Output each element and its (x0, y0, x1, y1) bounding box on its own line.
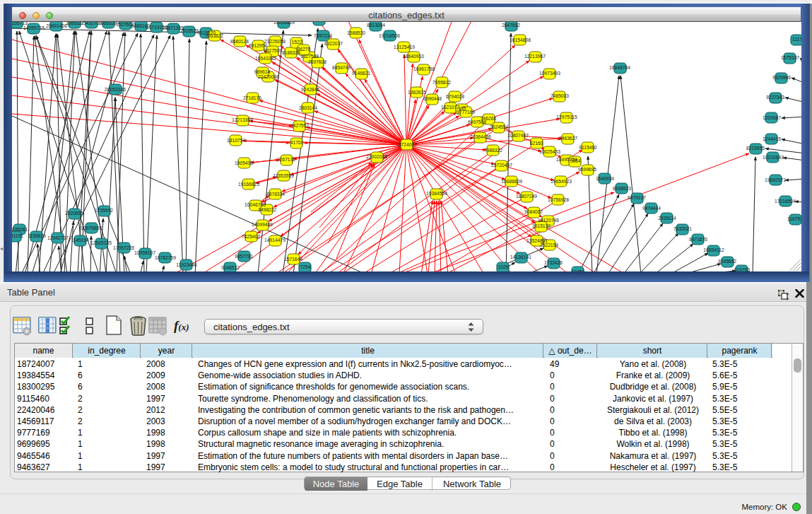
svg-text:12942737: 12942737 (47, 235, 69, 240)
svg-text:9245652: 9245652 (718, 259, 736, 264)
svg-text:1156829: 1156829 (28, 233, 46, 238)
svg-text:1522: 1522 (292, 40, 302, 45)
svg-text:19384554: 19384554 (426, 191, 447, 196)
svg-text:16782759: 16782759 (155, 255, 176, 260)
svg-text:17016504: 17016504 (775, 199, 796, 204)
svg-text:9777169: 9777169 (457, 110, 475, 115)
svg-text:12213369: 12213369 (232, 117, 253, 122)
svg-text:10973493: 10973493 (539, 71, 560, 76)
svg-text:1209387: 1209387 (763, 115, 781, 120)
svg-text:7485003: 7485003 (551, 93, 569, 98)
svg-text:10975887: 10975887 (81, 226, 102, 230)
svg-text:746266: 746266 (481, 116, 497, 121)
svg-text:11353559: 11353559 (273, 173, 294, 178)
svg-text:8878334: 8878334 (266, 192, 285, 197)
svg-text:15720407: 15720407 (491, 163, 512, 168)
svg-text:16648784: 16648784 (609, 65, 630, 70)
svg-text:7254: 7254 (300, 264, 311, 269)
svg-text:7663822: 7663822 (205, 33, 223, 38)
svg-text:10756928: 10756928 (548, 197, 569, 202)
svg-text:116753: 116753 (787, 216, 801, 221)
svg-text:2020655: 2020655 (65, 211, 83, 216)
svg-text:62160: 62160 (530, 141, 543, 146)
svg-text:9463627: 9463627 (559, 136, 577, 141)
svg-text:18807249: 18807249 (516, 194, 537, 199)
svg-text:19166825: 19166825 (238, 182, 259, 187)
svg-text:1621072: 1621072 (441, 105, 459, 110)
svg-text:10688609: 10688609 (501, 179, 522, 184)
svg-text:16961758: 16961758 (413, 66, 435, 71)
svg-text:919763: 919763 (734, 267, 751, 271)
svg-text:1026: 1026 (498, 264, 509, 269)
svg-text:8471676: 8471676 (689, 237, 707, 242)
svg-text:1588520: 1588520 (347, 30, 365, 35)
svg-text:20364436: 20364436 (470, 134, 491, 139)
svg-text:391191: 391191 (12, 233, 23, 238)
svg-text:14914479: 14914479 (264, 238, 286, 243)
svg-text:9327509: 9327509 (264, 48, 282, 53)
svg-text:16033809: 16033809 (273, 22, 295, 25)
svg-text:23002035: 23002035 (366, 154, 387, 159)
svg-text:18724007: 18724007 (396, 142, 417, 147)
svg-text:8912954: 8912954 (249, 43, 267, 48)
svg-text:3624554: 3624554 (490, 124, 508, 129)
svg-text:20482193: 20482193 (308, 22, 329, 23)
svg-text:9084067: 9084067 (524, 209, 543, 214)
svg-text:9246512: 9246512 (221, 265, 240, 270)
svg-text:1117: 1117 (792, 37, 801, 42)
svg-text:12975115: 12975115 (556, 115, 577, 119)
svg-text:36275: 36275 (298, 47, 311, 52)
svg-text:1905493: 1905493 (235, 160, 253, 165)
svg-text:10210643: 10210643 (763, 155, 784, 160)
svg-text:7357224: 7357224 (314, 33, 332, 38)
svg-text:13125419: 13125419 (394, 45, 415, 49)
svg-text:1733426: 1733426 (544, 260, 563, 265)
svg-text:1571644: 1571644 (284, 257, 302, 262)
svg-text:16120746: 16120746 (538, 218, 559, 223)
svg-text:92450: 92450 (572, 269, 585, 271)
svg-text:14136141: 14136141 (510, 255, 531, 259)
svg-text:2935114: 2935114 (658, 216, 676, 221)
svg-text:989614: 989614 (254, 69, 271, 74)
svg-text:6479197: 6479197 (628, 195, 646, 200)
svg-text:2847682: 2847682 (502, 23, 520, 28)
svg-text:12213967: 12213967 (524, 54, 546, 59)
svg-text:7632021: 7632021 (673, 226, 692, 231)
svg-text:10958107: 10958107 (134, 250, 155, 255)
svg-text:9327568: 9327568 (300, 54, 319, 59)
svg-text:23226058: 23226058 (264, 39, 286, 44)
svg-text:19218506: 19218506 (379, 33, 400, 38)
svg-text:9242845: 9242845 (301, 87, 319, 92)
svg-text:1575107: 1575107 (781, 55, 799, 60)
svg-text:17957235: 17957235 (113, 245, 134, 250)
svg-text:2522154: 2522154 (540, 243, 558, 247)
svg-text:8938923: 8938923 (613, 186, 631, 191)
svg-text:19654923: 19654923 (551, 179, 572, 184)
svg-text:9474444: 9474444 (642, 206, 661, 211)
svg-text:8813054: 8813054 (367, 23, 385, 28)
svg-text:7986322: 7986322 (484, 148, 502, 153)
svg-text:11923446: 11923446 (176, 262, 197, 267)
svg-text:8660124: 8660124 (230, 39, 249, 44)
svg-text:1145194: 1145194 (71, 238, 89, 243)
svg-text:7955812: 7955812 (433, 80, 451, 85)
svg-text:9864: 9864 (570, 158, 581, 163)
svg-text:6990448: 6990448 (423, 96, 442, 101)
svg-text:1362615: 1362615 (408, 90, 426, 95)
svg-text:1735992: 1735992 (95, 208, 113, 213)
svg-text:14099489: 14099489 (252, 222, 273, 227)
svg-text:7515526: 7515526 (180, 28, 199, 33)
svg-text:18640910: 18640910 (403, 54, 424, 59)
svg-text:9427552: 9427552 (290, 123, 309, 128)
svg-text:7625402: 7625402 (242, 234, 260, 239)
svg-text:10807487: 10807487 (507, 133, 529, 138)
svg-text:9227343: 9227343 (766, 95, 784, 100)
svg-text:1640934: 1640934 (596, 176, 614, 181)
svg-text:6794028: 6794028 (446, 94, 464, 99)
svg-text:9857791: 9857791 (235, 254, 253, 259)
svg-text:8215955: 8215955 (746, 146, 765, 151)
svg-text:2718176: 2718176 (243, 95, 261, 100)
svg-text:10654112: 10654112 (703, 247, 724, 252)
svg-text:16543382: 16543382 (255, 56, 276, 61)
svg-text:41700: 41700 (290, 140, 304, 145)
